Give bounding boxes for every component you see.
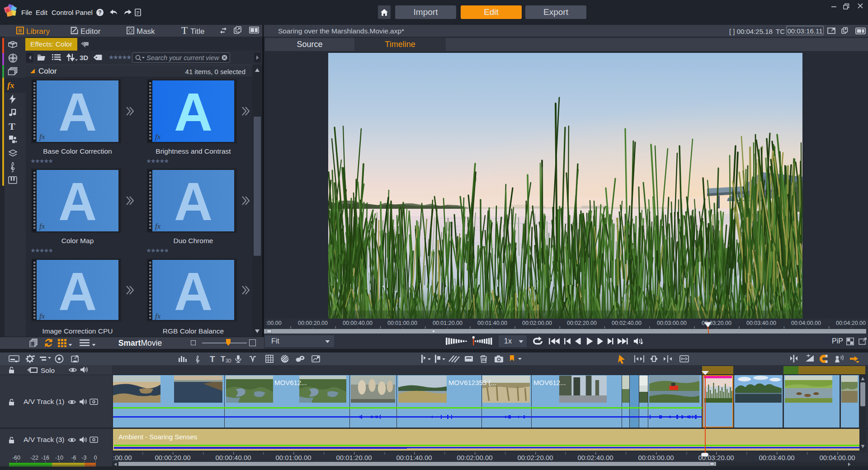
svg-text:-10: -10 bbox=[55, 455, 63, 461]
svg-text:fx: fx bbox=[155, 132, 161, 141]
svg-text:fx: fx bbox=[155, 312, 161, 320]
svg-text:0: 0 bbox=[94, 455, 97, 461]
svg-text:fx: fx bbox=[39, 132, 45, 141]
svg-text:A: A bbox=[174, 82, 212, 142]
svg-text:A: A bbox=[58, 172, 97, 231]
svg-text:-60: -60 bbox=[12, 455, 20, 461]
svg-text:T: T bbox=[221, 355, 226, 363]
svg-text:?: ? bbox=[98, 9, 101, 16]
svg-text:T: T bbox=[210, 354, 215, 364]
svg-text:-16: -16 bbox=[41, 455, 49, 461]
svg-text:-6: -6 bbox=[71, 455, 76, 461]
svg-text:-3: -3 bbox=[81, 455, 86, 461]
svg-text:fx: fx bbox=[155, 222, 161, 230]
svg-text:3D: 3D bbox=[226, 358, 231, 363]
svg-text:-22: -22 bbox=[30, 455, 38, 461]
svg-text:fx: fx bbox=[39, 312, 45, 320]
svg-text:A: A bbox=[58, 262, 97, 320]
svg-text:A: A bbox=[174, 172, 212, 231]
svg-text:A: A bbox=[58, 82, 97, 142]
svg-text:A: A bbox=[174, 262, 212, 320]
svg-text:fx: fx bbox=[39, 222, 45, 230]
